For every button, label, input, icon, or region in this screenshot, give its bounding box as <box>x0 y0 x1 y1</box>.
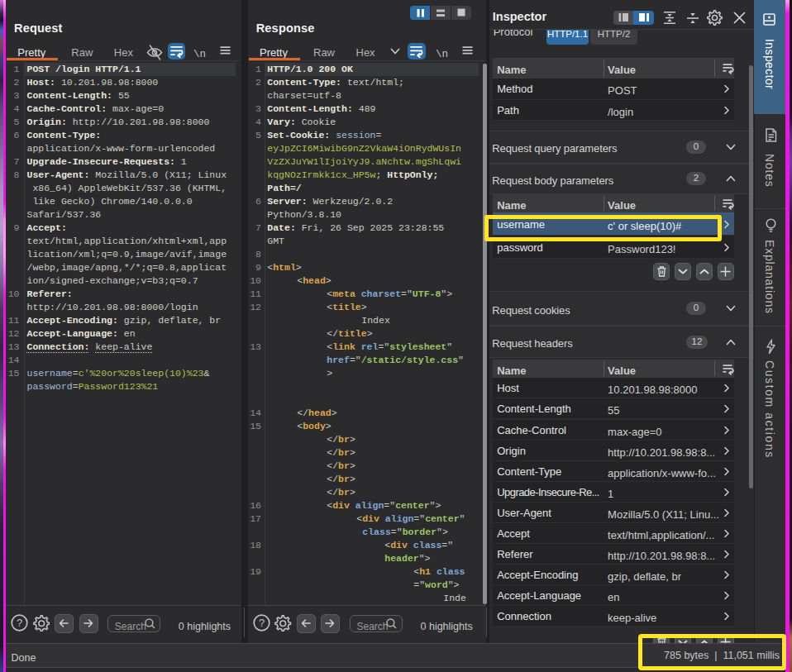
svg-text:?: ? <box>259 617 265 629</box>
svg-text:?: ? <box>17 617 22 629</box>
